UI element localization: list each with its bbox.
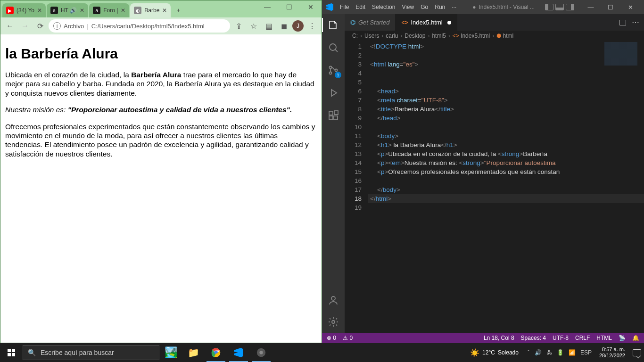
address-bar[interactable]: i Archivo | C:/Users/carlu/Desktop/html5… [49,19,230,33]
layout-right-icon[interactable] [566,4,574,10]
search-icon[interactable] [327,41,339,54]
wifi-icon[interactable]: 📶 [569,349,576,356]
vs-maximize-button[interactable]: ☐ [601,0,620,14]
volume-icon[interactable]: 🔊 [535,349,542,356]
tab-favicon-icon: ◐ [134,7,141,14]
extension-icon[interactable]: ◼ [277,19,290,33]
settings-icon[interactable] [327,316,339,328]
status-bell-icon[interactable]: 🔔 [632,335,639,341]
more-actions-icon[interactable]: ⋯ [632,18,639,27]
menu-···[interactable]: ··· [452,4,456,10]
breadcrumb-segment[interactable]: Users [364,33,379,39]
menu-run[interactable]: Run [435,4,445,10]
breadcrumb-segment[interactable]: ⬢ html [496,33,513,39]
status-spaces[interactable]: Spaces: 4 [521,335,546,341]
account-icon[interactable] [327,294,339,306]
breadcrumb-segment[interactable]: Desktop [405,33,425,39]
svg-rect-5 [329,116,333,120]
breadcrumb-segment[interactable]: carlu [386,33,398,39]
browser-tab-1[interactable]: aHT 🔊✕ [47,3,88,17]
bookmark-icon[interactable]: ☆ [247,19,260,33]
code-area[interactable]: <!DOCTYPE html><html lang="es"> <head> <… [368,41,644,333]
reload-button[interactable]: ⟳ [33,19,47,33]
chrome-tabstrip: ▶(34) Yo✕aHT 🔊✕aForo |✕◐Barbe✕+ [0,0,256,17]
sidepanel-icon[interactable]: ▤ [262,19,275,33]
layout-controls[interactable] [545,4,574,10]
forward-button[interactable]: → [18,19,32,33]
breadcrumb-segment[interactable]: C: [352,33,358,39]
sun-icon: ☀️ [470,348,479,357]
weather-widget[interactable]: ☀️ 12°C Soleado [470,348,519,357]
debug-icon[interactable] [327,87,339,99]
page-title: la Barbería Alura [5,46,317,62]
taskbar-app-chrome[interactable] [205,343,227,362]
layout-left-icon[interactable] [545,4,553,10]
battery-icon[interactable]: 🔋 [557,349,564,356]
tab-close-icon[interactable]: ✕ [162,7,167,14]
scm-badge: 1 [335,72,341,78]
extensions-icon[interactable] [327,109,339,122]
profile-avatar[interactable]: J [292,20,304,32]
breadcrumb-segment[interactable]: <> Index5.html [453,33,490,39]
maximize-button[interactable]: ☐ [278,0,300,14]
status-errors[interactable]: ⊗ 0 [327,335,336,341]
notifications-icon[interactable] [633,349,641,356]
vs-minimize-button[interactable]: — [581,0,601,14]
breadcrumb-segment[interactable]: html5 [432,33,446,39]
back-button[interactable]: ← [3,19,17,33]
menu-view[interactable]: View [402,4,414,10]
breadcrumb[interactable]: C:›Users›carlu›Desktop›html5›<> Index5.h… [345,31,644,41]
kebab-menu-icon[interactable]: ⋮ [305,19,319,33]
menu-go[interactable]: Go [421,4,428,10]
tab-favicon-icon: a [93,7,100,14]
close-button[interactable]: ✕ [300,0,322,14]
svg-point-2 [330,72,332,74]
browser-tab-3[interactable]: ◐Barbe✕ [130,3,171,17]
taskbar-app-landscape[interactable]: 🏞️ [159,343,182,362]
taskbar-app-explorer[interactable]: 📁 [182,343,205,362]
status-eol[interactable]: CRLF [575,335,590,341]
vscode-body: 1 ⌬ Get Started [322,14,644,333]
start-button[interactable] [0,343,23,362]
taskbar-app-vscode[interactable] [227,343,250,362]
tab-get-started[interactable]: ⌬ Get Started [345,14,396,31]
tab-close-icon[interactable]: ✕ [80,7,84,14]
network-icon[interactable]: 🖧 [546,349,552,356]
address-path: C:/Users/carlu/Desktop/html5/Index5.html [91,23,205,30]
language-indicator[interactable]: ESP [580,349,592,356]
taskbar-search[interactable]: 🔍 Escribe aquí para buscar [23,345,159,360]
system-tray[interactable]: ˄ 🔊 🖧 🔋 📶 ESP [527,349,592,356]
status-feedback-icon[interactable]: 📡 [619,335,626,341]
status-language[interactable]: HTML [596,335,612,341]
minimap[interactable] [604,42,637,66]
split-editor-icon[interactable] [619,20,626,25]
tab-close-icon[interactable]: ✕ [121,7,125,14]
menu-selection[interactable]: Selection [372,4,395,10]
status-ln-col[interactable]: Ln 18, Col 8 [484,335,514,341]
source-control-icon[interactable]: 1 [327,64,339,76]
status-encoding[interactable]: UTF-8 [553,335,569,341]
chrome-window: ▶(34) Yo✕aHT 🔊✕aForo |✕◐Barbe✕+ — ☐ ✕ ← … [0,0,322,343]
tab-index5[interactable]: <> Index5.html [396,14,457,31]
layout-bottom-icon[interactable] [555,4,564,10]
status-warnings[interactable]: ⚠ 0 [343,335,353,341]
code-editor[interactable]: 12345678910111213141516171819 <!DOCTYPE … [345,41,644,333]
minimize-button[interactable]: — [256,0,278,14]
svg-point-3 [335,69,338,72]
vs-close-button[interactable]: ✕ [620,0,640,14]
browser-tab-2[interactable]: aForo |✕ [89,3,129,17]
taskbar-clock[interactable]: 8:57 a. m. 28/12/2022 [599,346,625,359]
browser-tab-0[interactable]: ▶(34) Yo✕ [2,3,46,17]
menu-file[interactable]: File [340,4,349,10]
tab-close-icon[interactable]: ✕ [37,7,42,14]
share-icon[interactable]: ⇪ [232,19,245,33]
paragraph-3: Ofrecemos profesionales experimentados q… [5,122,317,159]
taskbar-app-chrome-2[interactable] [250,343,272,362]
editor-tabs: ⌬ Get Started <> Index5.html ⋯ [345,14,644,31]
menu-edit[interactable]: Edit [355,4,365,10]
info-icon[interactable]: i [53,22,61,30]
new-tab-button[interactable]: + [172,3,185,17]
chevron-up-icon[interactable]: ˄ [527,349,530,356]
activity-bar: 1 [322,14,345,333]
explorer-icon[interactable] [327,19,339,31]
